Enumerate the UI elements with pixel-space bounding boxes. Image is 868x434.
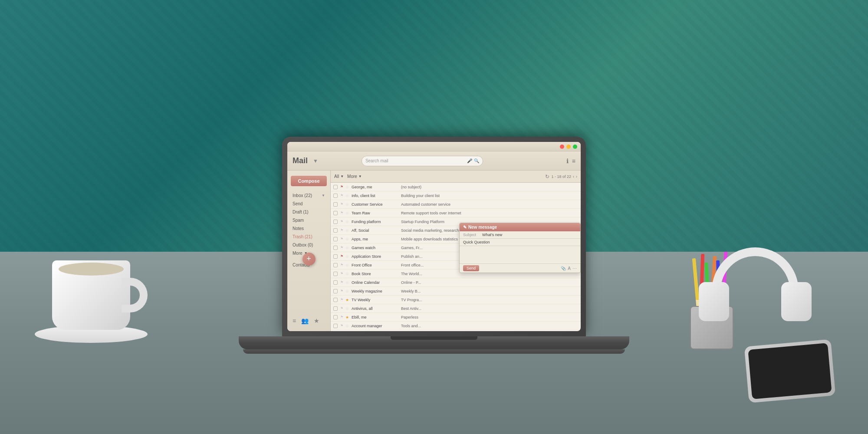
email-star[interactable]: ☆ bbox=[345, 202, 350, 207]
sidebar-item-draft[interactable]: Draft (1) bbox=[287, 208, 330, 216]
sidebar-icon-2[interactable]: 👥 bbox=[301, 317, 309, 324]
refresh-icon[interactable]: ↻ bbox=[545, 174, 549, 180]
email-star[interactable]: ☆ bbox=[345, 194, 350, 198]
sidebar-item-inbox[interactable]: Inbox (22) ▼ bbox=[287, 191, 330, 200]
email-checkbox[interactable] bbox=[333, 246, 338, 250]
email-checkbox[interactable] bbox=[333, 220, 338, 224]
email-star[interactable]: ☆ bbox=[345, 280, 350, 285]
email-checkbox[interactable] bbox=[333, 280, 338, 285]
email-flag[interactable]: ⚑ bbox=[339, 272, 344, 276]
email-row[interactable]: ⚑ ☆ Online Calendar Online - P... bbox=[331, 278, 581, 287]
email-row[interactable]: ⚑ ☆ Info, client list Building your clie… bbox=[331, 191, 581, 200]
email-star[interactable]: ☆ bbox=[345, 306, 350, 311]
email-flag[interactable]: ⚑ bbox=[339, 254, 344, 259]
email-star[interactable]: ☆ bbox=[345, 220, 350, 224]
email-star[interactable]: ★ bbox=[345, 315, 350, 319]
email-row[interactable]: ⚑ ☆ Hotel Suite Luxury Ho... bbox=[331, 330, 581, 331]
email-checkbox[interactable] bbox=[333, 211, 338, 215]
email-star[interactable]: ☆ bbox=[345, 228, 350, 233]
send-button[interactable]: Send bbox=[463, 265, 479, 271]
email-star[interactable]: ☆ bbox=[345, 324, 350, 328]
email-star[interactable]: ☆ bbox=[345, 254, 350, 259]
compose-fab[interactable]: + bbox=[302, 253, 316, 266]
email-flag[interactable]: ⚑ bbox=[339, 246, 344, 250]
sidebar-item-send[interactable]: Send bbox=[287, 200, 330, 208]
email-flag[interactable]: ⚑ bbox=[339, 298, 344, 302]
info-icon[interactable]: ℹ bbox=[566, 158, 569, 164]
sidebar-item-outbox[interactable]: Outbox (0) bbox=[287, 241, 330, 249]
email-checkbox[interactable] bbox=[333, 272, 338, 276]
sidebar-item-notes[interactable]: Notes bbox=[287, 224, 330, 233]
email-checkbox[interactable] bbox=[333, 306, 338, 311]
email-row[interactable]: ⚑ ★ Ebill, me Paperless bbox=[331, 313, 581, 322]
menu-icon[interactable]: ≡ bbox=[572, 158, 575, 164]
email-flag[interactable]: ⚑ bbox=[339, 194, 344, 198]
email-checkbox[interactable] bbox=[333, 202, 338, 207]
attach-icon[interactable]: 📎 bbox=[561, 266, 566, 271]
filter-more[interactable]: More ▼ bbox=[347, 174, 362, 179]
search-bar[interactable]: Search mail 🎤 🔍 bbox=[362, 156, 483, 166]
email-row[interactable]: ⚑ ☆ Account manager Tools and... bbox=[331, 322, 581, 330]
filter-all[interactable]: All ▼ bbox=[334, 174, 344, 179]
close-button[interactable] bbox=[560, 145, 564, 149]
search-icon[interactable]: 🔍 bbox=[474, 158, 479, 163]
all-dropdown-arrow[interactable]: ▼ bbox=[340, 174, 344, 178]
email-row[interactable]: ⚑ ☆ Antivirus, all Best Antiv... bbox=[331, 304, 581, 313]
microphone-icon[interactable]: 🎤 bbox=[467, 158, 472, 163]
title-dropdown-arrow[interactable]: ▼ bbox=[313, 158, 318, 164]
email-checkbox[interactable] bbox=[333, 185, 338, 189]
email-star[interactable]: ☆ bbox=[345, 185, 350, 189]
email-checkbox[interactable] bbox=[333, 298, 338, 302]
email-checkbox[interactable] bbox=[333, 237, 338, 241]
email-flag[interactable]: ⚑ bbox=[339, 280, 344, 285]
email-star[interactable]: ☆ bbox=[345, 211, 350, 215]
email-flag[interactable]: ⚑ bbox=[339, 228, 344, 233]
email-star[interactable]: ☆ bbox=[345, 272, 350, 276]
email-row[interactable]: ⚑ ☆ Weekly magazine Weekly B... bbox=[331, 287, 581, 296]
email-checkbox[interactable] bbox=[333, 263, 338, 267]
minimize-button[interactable] bbox=[566, 145, 571, 149]
email-checkbox[interactable] bbox=[333, 315, 338, 319]
email-row[interactable]: ⚑ ☆ Team Raw Remote support tools over I… bbox=[331, 209, 581, 217]
sidebar-item-spam[interactable]: Spam bbox=[287, 216, 330, 224]
sidebar-icon-1[interactable]: ≡ bbox=[293, 317, 296, 324]
email-flag[interactable]: ⚑ bbox=[339, 324, 344, 328]
format-icon[interactable]: A bbox=[568, 266, 571, 271]
email-row[interactable]: ⚑ ☆ George, me (no subject) bbox=[331, 183, 581, 191]
email-sender: George, me bbox=[352, 185, 399, 189]
email-flag[interactable]: ⚑ bbox=[339, 263, 344, 267]
email-flag[interactable]: ⚑ bbox=[339, 237, 344, 241]
email-flag[interactable]: ⚑ bbox=[339, 289, 344, 293]
email-flag[interactable]: ⚑ bbox=[339, 185, 344, 189]
email-star[interactable]: ☆ bbox=[345, 237, 350, 241]
laptop-screen[interactable]: Mail ▼ Search mail 🎤 🔍 ℹ ≡ bbox=[287, 142, 581, 331]
email-flag[interactable]: ⚑ bbox=[339, 211, 344, 215]
subject-value[interactable]: What's new bbox=[482, 233, 577, 237]
email-star[interactable]: ☆ bbox=[345, 289, 350, 293]
email-sender: Funding platform bbox=[352, 220, 399, 224]
email-flag[interactable]: ⚑ bbox=[339, 315, 344, 319]
email-flag[interactable]: ⚑ bbox=[339, 202, 344, 207]
email-row[interactable]: ⚑ ★ TV Weekly TV Progra... bbox=[331, 296, 581, 304]
email-flag[interactable]: ⚑ bbox=[339, 220, 344, 224]
compose-button[interactable]: Compose bbox=[291, 176, 327, 186]
email-flag[interactable]: ⚑ bbox=[339, 306, 344, 311]
sidebar-item-trash[interactable]: Trash (21) bbox=[287, 233, 330, 241]
inbox-dropdown[interactable]: ▼ bbox=[322, 194, 325, 197]
sidebar-icon-3[interactable]: ★ bbox=[314, 317, 319, 324]
popup-body[interactable] bbox=[460, 246, 580, 263]
email-star[interactable]: ☆ bbox=[345, 263, 350, 267]
maximize-button[interactable] bbox=[573, 145, 577, 149]
email-checkbox[interactable] bbox=[333, 194, 338, 198]
email-row[interactable]: ⚑ ☆ Customer Service Automated customer … bbox=[331, 200, 581, 209]
email-checkbox[interactable] bbox=[333, 254, 338, 259]
email-star[interactable]: ★ bbox=[345, 298, 350, 302]
email-star[interactable]: ☆ bbox=[345, 246, 350, 250]
email-checkbox[interactable] bbox=[333, 324, 338, 328]
email-checkbox[interactable] bbox=[333, 228, 338, 233]
more-options-icon[interactable]: ⋯ bbox=[572, 266, 577, 271]
next-page-button[interactable]: › bbox=[576, 174, 577, 179]
email-checkbox[interactable] bbox=[333, 289, 338, 293]
prev-page-button[interactable]: ‹ bbox=[573, 174, 574, 179]
trash-label: Trash (21) bbox=[293, 234, 312, 239]
